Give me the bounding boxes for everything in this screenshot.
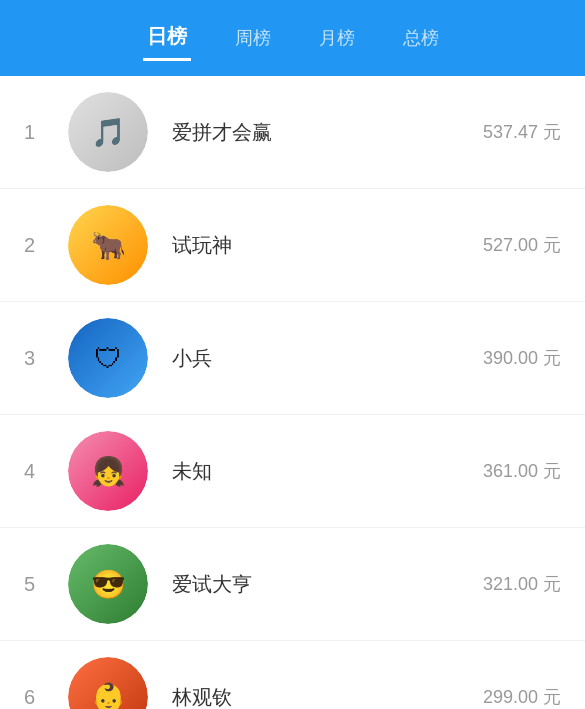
list-item: 1🎵爱拼才会赢537.47 元 (0, 76, 585, 189)
amount: 537.47 元 (483, 120, 561, 144)
amount: 390.00 元 (483, 346, 561, 370)
user-name: 爱试大亨 (172, 571, 483, 598)
avatar-icon: 🎵 (68, 92, 148, 172)
rank-number: 6 (24, 686, 52, 709)
avatar-icon: 🐂 (68, 205, 148, 285)
avatar: 🎵 (68, 92, 148, 172)
list-item: 4👧未知361.00 元 (0, 415, 585, 528)
header-tab-周榜[interactable]: 周榜 (231, 18, 275, 58)
avatar-icon: 🛡 (68, 318, 148, 398)
header-tab-月榜[interactable]: 月榜 (315, 18, 359, 58)
list-item: 5😎爱试大亨321.00 元 (0, 528, 585, 641)
user-name: 小兵 (172, 345, 483, 372)
avatar: 😎 (68, 544, 148, 624)
avatar: 👶 (68, 657, 148, 709)
list-item: 3🛡小兵390.00 元 (0, 302, 585, 415)
header-tab-日榜[interactable]: 日榜 (143, 15, 191, 61)
amount: 361.00 元 (483, 459, 561, 483)
avatar: 🐂 (68, 205, 148, 285)
amount: 321.00 元 (483, 572, 561, 596)
user-name: 未知 (172, 458, 483, 485)
amount: 299.00 元 (483, 685, 561, 709)
rank-number: 2 (24, 234, 52, 257)
list-item: 6👶林观钦299.00 元 (0, 641, 585, 709)
header: 日榜周榜月榜总榜 (0, 0, 585, 76)
rank-number: 4 (24, 460, 52, 483)
user-name: 林观钦 (172, 684, 483, 710)
user-name: 试玩神 (172, 232, 483, 259)
leaderboard-list: 1🎵爱拼才会赢537.47 元2🐂试玩神527.00 元3🛡小兵390.00 元… (0, 76, 585, 709)
avatar: 🛡 (68, 318, 148, 398)
list-item: 2🐂试玩神527.00 元 (0, 189, 585, 302)
avatar-icon: 😎 (68, 544, 148, 624)
avatar-icon: 👧 (68, 431, 148, 511)
amount: 527.00 元 (483, 233, 561, 257)
avatar-icon: 👶 (68, 657, 148, 709)
user-name: 爱拼才会赢 (172, 119, 483, 146)
avatar: 👧 (68, 431, 148, 511)
header-tab-总榜[interactable]: 总榜 (399, 18, 443, 58)
rank-number: 1 (24, 121, 52, 144)
rank-number: 5 (24, 573, 52, 596)
rank-number: 3 (24, 347, 52, 370)
